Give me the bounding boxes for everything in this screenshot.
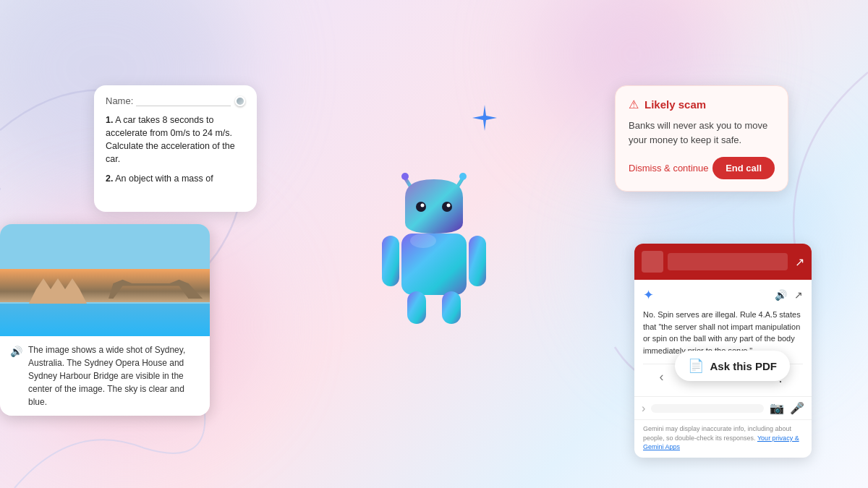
svg-rect-9 bbox=[382, 236, 399, 286]
quiz-name-label: Name: bbox=[106, 95, 133, 106]
sydney-caption: 🔊 The image shows a wide shot of Sydney,… bbox=[0, 336, 210, 416]
gemini-disclaimer: Gemini may display inaccurate info, incl… bbox=[634, 419, 812, 458]
gemini-response-text: No. Spin serves are illegal. Rule 4.A.5 … bbox=[643, 309, 803, 356]
browser-tab-icon bbox=[642, 251, 663, 273]
android-svg bbox=[362, 158, 506, 331]
svg-point-6 bbox=[421, 203, 425, 207]
quiz-q2-num: 2. bbox=[106, 174, 113, 184]
new-tab-icon: ↗ bbox=[795, 255, 804, 269]
quiz-q2-text: An object with a mass of bbox=[115, 174, 213, 184]
svg-point-3 bbox=[459, 173, 467, 180]
svg-rect-11 bbox=[407, 291, 426, 324]
android-robot-container bbox=[354, 143, 514, 346]
back-icon[interactable]: ‹ bbox=[659, 369, 663, 385]
svg-point-4 bbox=[416, 202, 426, 212]
quiz-q1-num: 1. bbox=[106, 115, 113, 125]
external-link-icon[interactable]: ↗ bbox=[794, 289, 803, 301]
sydney-water bbox=[0, 304, 210, 336]
forward-icon[interactable]: › bbox=[642, 402, 645, 415]
gemini-input-row: › 📷 🎤 bbox=[634, 396, 812, 419]
svg-rect-10 bbox=[469, 236, 486, 286]
gemini-panel-header: ✦ 🔊 ↗ bbox=[643, 287, 803, 303]
svg-point-2 bbox=[401, 173, 409, 180]
sydney-image bbox=[0, 224, 210, 336]
mic-icon[interactable]: 🎤 bbox=[790, 401, 804, 415]
ask-pdf-button[interactable]: 📄 Ask this PDF bbox=[675, 351, 790, 381]
scam-title: Likely scam bbox=[644, 98, 706, 111]
svg-point-5 bbox=[442, 202, 452, 212]
end-call-button[interactable]: End call bbox=[712, 157, 775, 179]
quiz-question-1: 1. A car takes 8 seconds to accelerate f… bbox=[106, 114, 245, 166]
volume-icon[interactable]: 🔊 bbox=[775, 289, 787, 301]
browser-url-bar bbox=[668, 253, 788, 270]
ask-pdf-label: Ask this PDF bbox=[710, 360, 777, 372]
scam-actions: Dismiss & continue End call bbox=[629, 157, 775, 179]
gemini-sparkle bbox=[470, 103, 499, 135]
speaker-icon: 🔊 bbox=[10, 344, 22, 359]
quiz-name-line bbox=[136, 96, 231, 106]
quiz-q1-text: A car takes 8 seconds to accelerate from… bbox=[106, 115, 235, 164]
quiz-slider-dot bbox=[235, 96, 245, 106]
gemini-input[interactable] bbox=[651, 404, 764, 413]
quiz-name-row: Name: bbox=[106, 95, 245, 106]
quiz-card: Name: 1. A car takes 8 seconds to accele… bbox=[94, 85, 257, 212]
gemini-star-icon: ✦ bbox=[643, 287, 654, 303]
svg-rect-12 bbox=[442, 291, 461, 324]
scam-body-text: Banks will never ask you to move your mo… bbox=[629, 119, 775, 147]
dismiss-button[interactable]: Dismiss & continue bbox=[629, 163, 709, 174]
pdf-icon: 📄 bbox=[688, 358, 704, 374]
panel-action-icons: 🔊 ↗ bbox=[775, 289, 803, 301]
scam-card: ⚠ Likely scam Banks will never ask you t… bbox=[615, 85, 788, 192]
sydney-caption-text: The image shows a wide shot of Sydney, A… bbox=[28, 343, 200, 408]
svg-point-13 bbox=[410, 234, 436, 248]
camera-icon[interactable]: 📷 bbox=[770, 401, 784, 415]
svg-point-7 bbox=[447, 203, 451, 207]
sydney-card: 🔊 The image shows a wide shot of Sydney,… bbox=[0, 224, 210, 416]
warning-icon: ⚠ bbox=[629, 98, 639, 111]
browser-header: ↗ bbox=[634, 244, 812, 280]
scam-title-row: ⚠ Likely scam bbox=[629, 98, 775, 111]
